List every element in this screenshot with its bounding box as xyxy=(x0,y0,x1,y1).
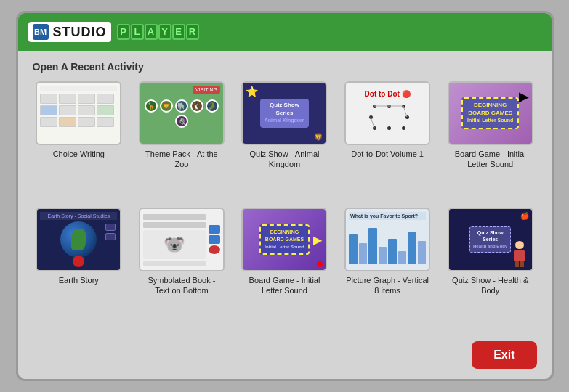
zoo-inner: 🦒 🦁 🐘 🐧 🐊 🦓 VISITING xyxy=(140,83,223,144)
dot-dot-inner: Dot to Dot 🔴 xyxy=(346,83,429,144)
pg-inner: What is you Favorite Sport? xyxy=(346,209,429,270)
boardmaker-logo: BM xyxy=(33,24,49,40)
person-leg-right xyxy=(520,261,524,267)
activity-board-game2[interactable]: BEGINNINGBOARD GAMESInitial Letter Sound… xyxy=(238,208,331,325)
pg-bar xyxy=(418,241,427,264)
earth-circle xyxy=(60,221,97,258)
pg-bars xyxy=(349,221,426,267)
cw-header xyxy=(40,86,117,91)
quiz-health-badge: Quiz ShowSeriesHealth and Body xyxy=(469,226,511,253)
app-window: BM STUDIO P L A Y E R Open A Recent Acti… xyxy=(16,11,554,381)
earth-inner: Earth Story - Social Studies xyxy=(37,209,120,270)
cw-cell xyxy=(59,105,76,115)
cw-cell xyxy=(97,105,114,115)
header-title-area: STUDIO xyxy=(53,25,107,40)
person-head xyxy=(515,241,524,249)
cw-cell xyxy=(78,105,95,115)
activity-board-game[interactable]: BEGINNINGBOARD GAMESInitial Letter Sound… xyxy=(444,81,537,199)
quiz-animal-icon: 🦁 xyxy=(314,133,323,141)
activity-label: Dot-to-Dot Volume 1 xyxy=(351,149,424,159)
logo-box: BM STUDIO xyxy=(28,22,111,42)
board-game2-badge: BEGINNINGBOARD GAMESInitial Letter Sound xyxy=(259,224,309,254)
activity-grid: Choice Writing 🦒 🦁 🐘 🐧 🐊 🦓 VIS xyxy=(33,81,537,325)
exit-button[interactable]: Exit xyxy=(472,341,536,369)
thumb-quiz-health: Quiz ShowSeriesHealth and Body 🍎 xyxy=(448,208,533,271)
zoo-circles: 🦒 🦁 🐘 🐧 🐊 🦓 xyxy=(143,99,220,128)
pg-title: What is you Favorite Sport? xyxy=(349,212,426,220)
sym-ctrl xyxy=(209,225,220,234)
pg-bar xyxy=(379,247,387,264)
section-title: Open A Recent Activity xyxy=(33,61,537,73)
sym-controls xyxy=(209,225,220,254)
koala-icon: 🐨 xyxy=(143,230,206,259)
thumb-dot-dot: Dot to Dot 🔴 xyxy=(344,81,430,145)
activity-quiz-animal[interactable]: Quiz ShowSeriesAnimal Kingdom ⭐ 🦁 Quiz S… xyxy=(238,81,331,199)
activity-picture-graph[interactable]: What is you Favorite Sport? xyxy=(341,208,434,325)
cw-cell xyxy=(40,94,57,104)
player-a: A xyxy=(145,24,158,40)
earth-ctrl xyxy=(105,224,116,231)
earth-ctrl xyxy=(105,233,116,240)
activity-symbolated[interactable]: 🐨 Symbolated Book - Text on Bottom xyxy=(135,208,228,325)
sym-left: 🐨 xyxy=(143,214,206,266)
sym-line xyxy=(143,261,206,266)
svg-line-3 xyxy=(371,117,374,128)
main-content: Open A Recent Activity xyxy=(18,51,552,335)
player-p: P xyxy=(117,24,130,40)
activity-label: Picture Graph - Vertical 8 items xyxy=(346,275,429,296)
sym-stop xyxy=(209,245,220,254)
thumb-quiz-animal: Quiz ShowSeriesAnimal Kingdom ⭐ 🦁 xyxy=(241,81,327,145)
pg-bar xyxy=(388,239,397,264)
board-game2-arrow: ▶ xyxy=(313,233,322,247)
sym-line xyxy=(143,214,206,220)
person-body xyxy=(514,250,525,261)
zoo-circle: 🦓 xyxy=(175,115,188,128)
quiz-health-inner: Quiz ShowSeriesHealth and Body 🍎 xyxy=(449,209,532,270)
sym-line xyxy=(143,222,206,228)
player-y: Y xyxy=(158,24,171,40)
cw-cell xyxy=(40,105,57,115)
thumb-earth-story: Earth Story - Social Studies xyxy=(36,208,121,271)
player-label-area: P L A Y E R xyxy=(117,24,199,40)
activity-earth-story[interactable]: Earth Story - Social Studies Earth Story xyxy=(33,208,126,325)
cw-cell xyxy=(97,117,114,127)
activity-theme-zoo[interactable]: 🦒 🦁 🐘 🐧 🐊 🦓 VISITING Theme Pack - At the… xyxy=(135,81,228,199)
thumb-board-game2: BEGINNINGBOARD GAMESInitial Letter Sound… xyxy=(241,208,327,271)
cw-row2 xyxy=(40,105,117,115)
activity-label: Choice Writing xyxy=(53,149,105,159)
thumb-board-game: BEGINNINGBOARD GAMESInitial Letter Sound… xyxy=(448,81,533,145)
sym-ctrl xyxy=(209,235,220,244)
dtd-lines-svg xyxy=(366,101,409,137)
activity-label: Board Game - Initial Letter Sound xyxy=(243,275,326,296)
activity-label: Theme Pack - At the Zoo xyxy=(140,149,223,170)
person-leg-left xyxy=(515,261,519,267)
thumb-choice-writing xyxy=(36,81,121,145)
person-silhouette xyxy=(512,241,528,267)
zoo-badge: VISITING xyxy=(193,86,220,94)
activity-label: Symbolated Book - Text on Bottom xyxy=(140,275,223,296)
app-header: BM STUDIO P L A Y E R xyxy=(18,13,552,51)
logo-bm-text: BM xyxy=(34,28,47,36)
red-dot xyxy=(317,261,323,267)
activity-label: Board Game - Initial Letter Sound xyxy=(448,149,532,170)
board-game-arrow: ▶ xyxy=(519,89,529,105)
quiz-badge: Quiz ShowSeriesAnimal Kingdom xyxy=(260,99,310,127)
zoo-circle: 🦒 xyxy=(145,99,158,113)
cw-cell xyxy=(78,117,95,127)
cw-cell xyxy=(59,94,76,104)
pg-bar xyxy=(349,234,358,264)
thumb-picture-graph: What is you Favorite Sport? xyxy=(344,208,430,271)
activity-dot-dot[interactable]: Dot to Dot 🔴 xyxy=(341,81,434,199)
activity-quiz-health[interactable]: Quiz ShowSeriesHealth and Body 🍎 Quiz S xyxy=(444,208,537,325)
player-r: R xyxy=(186,24,199,40)
earth-header: Earth Story - Social Studies xyxy=(40,212,117,220)
cw-cell xyxy=(78,94,95,104)
activity-label: Quiz Show - Health & Body xyxy=(448,275,532,296)
earth-stop-btn xyxy=(73,256,84,267)
player-e: E xyxy=(172,24,185,40)
pg-bar xyxy=(359,243,368,265)
zoo-circle: 🦁 xyxy=(160,99,173,113)
zoo-circle: 🐘 xyxy=(175,99,188,113)
cw-inner xyxy=(37,83,120,144)
activity-choice-writing[interactable]: Choice Writing xyxy=(33,81,126,199)
